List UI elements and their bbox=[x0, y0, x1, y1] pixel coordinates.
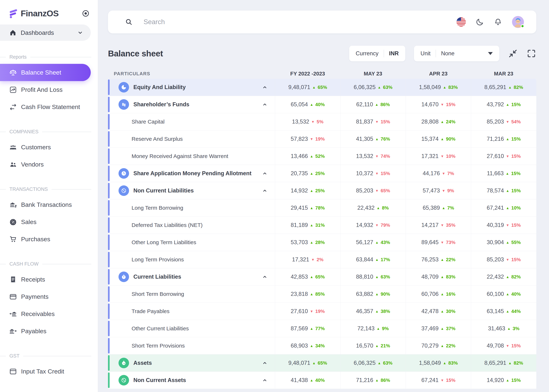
chevron-up-icon[interactable] bbox=[262, 377, 268, 383]
value-cell: 81,837▼15% bbox=[340, 113, 406, 130]
particulars-cell: Share Application Money Pending Allotmen… bbox=[108, 165, 275, 182]
sidebar-item-payments[interactable]: Payments bbox=[0, 288, 98, 305]
trend-up-icon: ▲ bbox=[506, 189, 509, 192]
notifications-bell-icon[interactable] bbox=[494, 18, 502, 26]
value-cell: 11,663▲15% bbox=[471, 165, 536, 182]
value-cell: 71,216▲86% bbox=[340, 372, 406, 389]
chevron-up-icon[interactable] bbox=[262, 360, 268, 366]
trend-down-icon: ▼ bbox=[375, 154, 378, 158]
chevron-up-icon[interactable] bbox=[262, 170, 268, 176]
unit-selector[interactable]: Unit None bbox=[414, 46, 499, 61]
trend-up-icon: ▲ bbox=[310, 103, 313, 106]
trend-percent: 31% bbox=[315, 222, 325, 228]
fullscreen-button[interactable] bbox=[527, 49, 536, 58]
sidebar-item-label: Purchases bbox=[21, 236, 50, 243]
trend-up-icon: ▲ bbox=[310, 292, 313, 296]
row-label: Short Term Provisions bbox=[132, 343, 185, 349]
trend-up-icon: ▲ bbox=[506, 172, 509, 175]
trend-percent: 15% bbox=[511, 343, 521, 349]
table-body: Equity And Liability9,48,071▲65%6,06,325… bbox=[108, 79, 536, 389]
trend-up-icon: ▲ bbox=[310, 327, 313, 330]
sidebar-item-receipts[interactable]: Receipts bbox=[0, 271, 98, 288]
trend-percent: 79% bbox=[381, 222, 390, 228]
row-label: Share Capital bbox=[132, 119, 165, 125]
trend-percent: 28% bbox=[315, 240, 325, 245]
sidebar-item-input-tax-credit[interactable]: Input Tax Credit bbox=[0, 363, 98, 380]
amount-value: 44,176 bbox=[423, 170, 440, 177]
amount-value: 63,844 bbox=[356, 256, 373, 263]
sidebar-section-label: CASH FLOW bbox=[0, 261, 98, 267]
value-cell: 49,708▼15% bbox=[471, 337, 536, 354]
trend-down-icon: ▼ bbox=[375, 172, 378, 175]
amount-value: 53,703 bbox=[291, 239, 308, 246]
particulars-cell: Other Current Liabilities bbox=[108, 320, 275, 337]
trend-down-icon: ▼ bbox=[441, 103, 444, 106]
sidebar-collapse-icon[interactable] bbox=[81, 9, 90, 18]
trend-down-icon: ▼ bbox=[441, 378, 444, 382]
amount-value: 14,670 bbox=[421, 101, 439, 108]
table-row: Long Term Provisions17,321▼2%63,844▲17%7… bbox=[108, 251, 536, 268]
row-accent-bar bbox=[108, 97, 110, 112]
trend-down-icon: ▼ bbox=[506, 154, 509, 158]
chevron-up-icon[interactable] bbox=[262, 274, 268, 280]
bank-arrow-in-icon bbox=[9, 310, 17, 318]
sidebar-item-customers[interactable]: Customers bbox=[0, 139, 98, 156]
amount-value: 16,570 bbox=[356, 343, 373, 349]
search-input[interactable] bbox=[143, 18, 452, 26]
trend-percent: 83% bbox=[448, 360, 458, 366]
brand-logo-icon bbox=[8, 8, 18, 18]
chevron-up-icon[interactable] bbox=[262, 84, 268, 90]
particulars-cell: Shareholder’s Funds bbox=[108, 96, 275, 113]
chevron-up-icon[interactable] bbox=[262, 188, 268, 194]
chevron-up-icon[interactable] bbox=[262, 102, 268, 107]
bank-arrow-out-icon bbox=[9, 327, 17, 335]
particulars-cell: Share Capital bbox=[108, 113, 275, 130]
sidebar-item-sales[interactable]: Sales bbox=[0, 213, 98, 231]
sidebar-item-receivables[interactable]: Receivables bbox=[0, 305, 98, 322]
language-flag-icon[interactable] bbox=[456, 17, 466, 27]
sidebar-item-payables[interactable]: Payables bbox=[0, 322, 98, 340]
amount-value: 22,432 bbox=[357, 205, 375, 211]
table-row: Current Liabilities42,853▲65%88,810▲63%4… bbox=[108, 268, 536, 286]
amount-value: 42,853 bbox=[291, 273, 308, 280]
trend-percent: 43% bbox=[381, 240, 390, 245]
user-avatar[interactable] bbox=[512, 16, 524, 28]
amount-value: 65,054 bbox=[291, 101, 308, 108]
sidebar-item-balance-sheet[interactable]: Balance Sheet bbox=[0, 64, 91, 81]
trend-up-icon: ▲ bbox=[375, 378, 378, 382]
trend-percent: 7% bbox=[447, 205, 454, 211]
trend-up-icon: ▲ bbox=[441, 327, 444, 330]
row-label: Equity And Liability bbox=[133, 84, 186, 91]
trend-percent: 74% bbox=[381, 154, 390, 159]
sidebar-item-profit-and-loss[interactable]: Profit And Loss bbox=[0, 81, 98, 98]
row-accent-bar bbox=[108, 338, 110, 354]
trend-up-icon: ▲ bbox=[507, 327, 511, 330]
trend-up-icon: ▲ bbox=[375, 258, 378, 261]
currency-selector[interactable]: Currency INR bbox=[349, 46, 405, 61]
trend-percent: 82% bbox=[513, 84, 523, 90]
sidebar-item-cash-flow-statement[interactable]: Cash Flow Statement bbox=[0, 98, 98, 116]
value-cell: 43,792▲15% bbox=[471, 96, 536, 113]
sidebar-item-purchases[interactable]: Purchases bbox=[0, 231, 98, 248]
amount-value: 71,216 bbox=[356, 377, 373, 384]
trend-up-icon: ▲ bbox=[310, 241, 313, 244]
sidebar-item-vendors[interactable]: Vendors bbox=[0, 156, 98, 173]
collapse-all-button[interactable] bbox=[508, 49, 518, 58]
row-label: Current Liabilities bbox=[133, 273, 181, 280]
dark-mode-moon-icon[interactable] bbox=[476, 18, 484, 26]
value-cell: 37,469▲37% bbox=[406, 320, 471, 337]
value-cell: 65,389▲7% bbox=[406, 199, 471, 217]
trend-percent: 44% bbox=[511, 308, 521, 314]
main-content: Balance sheet Currency INR Unit None bbox=[98, 0, 549, 392]
sidebar-item-dashboards[interactable]: Dashboards bbox=[0, 24, 91, 41]
trend-up-icon: ▲ bbox=[310, 154, 313, 158]
trend-percent: 37% bbox=[446, 326, 455, 331]
sidebar-item-label: Payables bbox=[21, 328, 46, 335]
value-cell: 9,48,071▲65% bbox=[275, 354, 340, 371]
trend-down-icon: ▼ bbox=[375, 120, 378, 124]
trend-percent: 15% bbox=[511, 136, 521, 142]
trend-up-icon: ▲ bbox=[441, 120, 444, 124]
trend-up-icon: ▲ bbox=[441, 258, 444, 261]
value-cell: 87,569▲77% bbox=[275, 320, 340, 337]
sidebar-item-bank-transactions[interactable]: Bank Transactions bbox=[0, 196, 98, 213]
